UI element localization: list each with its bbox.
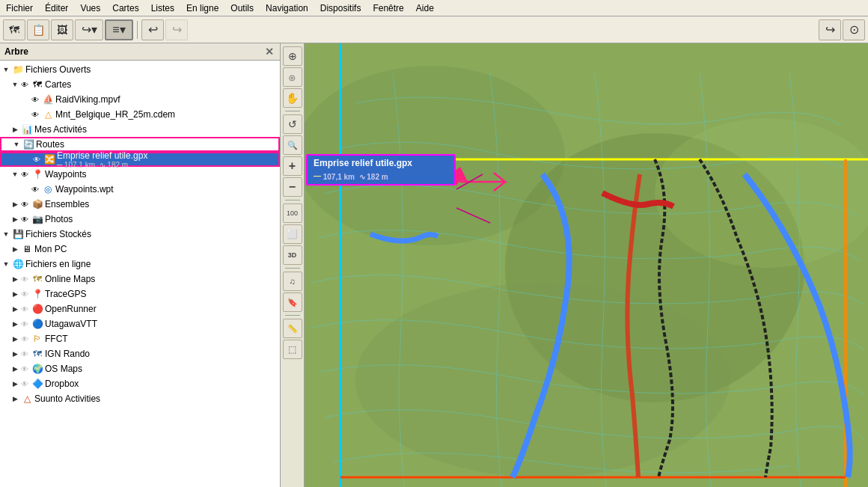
scale-button[interactable]: 100 <box>283 203 302 223</box>
expand-fichiers-ouverts[interactable] <box>1 65 10 74</box>
eye-dropbox[interactable]: 👁 <box>19 379 30 389</box>
tree-emprise-relief[interactable]: 👁 🔀 Emprise relief utile.gpx ─ 107,1 km … <box>0 152 280 167</box>
eye-photos[interactable]: 👁 <box>19 214 30 224</box>
nav1-button[interactable]: ↪ <box>819 19 841 40</box>
menu-fenetre[interactable]: Fenêtre <box>367 1 409 15</box>
emprise-icon: 🔀 <box>43 153 55 165</box>
eye-openrunner[interactable]: 👁 <box>19 304 30 314</box>
expand-stockes[interactable] <box>1 230 10 239</box>
eye-tracegps[interactable]: 👁 <box>19 289 30 299</box>
compass-button[interactable]: ⊕ <box>283 46 302 66</box>
expand-suunto[interactable] <box>10 394 19 403</box>
eye-online-maps[interactable]: 👁 <box>19 274 30 284</box>
redo-button[interactable]: ↪ <box>165 19 188 40</box>
expand-online-maps[interactable] <box>10 275 19 284</box>
eye-ffct[interactable]: 👁 <box>19 334 30 344</box>
eye-emprise[interactable]: 👁 <box>31 154 42 165</box>
crop-button[interactable]: ⬜ <box>283 224 302 244</box>
layers-button[interactable]: ≡▾ <box>105 19 133 40</box>
tree-ign-rando[interactable]: 👁 🗺 IGN Rando <box>0 346 280 361</box>
menu-outils[interactable]: Outils <box>224 1 260 15</box>
utagawa-label: UtagawaVTT <box>45 319 278 329</box>
zoom-in-button[interactable]: + <box>283 156 302 176</box>
tree-fichiers-en-ligne[interactable]: 🌐 Fichiers en ligne <box>0 257 280 272</box>
tree-mnt-belgique[interactable]: 👁 △ Mnt_Belgique_HR_25m.cdem <box>0 107 280 122</box>
menu-aide[interactable]: Aide <box>410 1 440 15</box>
expand-mes-activites[interactable] <box>10 125 19 134</box>
map-sep4 <box>285 315 300 316</box>
eye-raidviking[interactable]: 👁 <box>30 94 40 105</box>
menu-vues[interactable]: Vues <box>74 1 106 15</box>
hand-button[interactable]: ✋ <box>283 88 302 108</box>
expand-os-maps[interactable] <box>10 364 19 373</box>
tree-dropbox[interactable]: 👁 🔷 Dropbox <box>0 376 280 391</box>
expand-waypoints[interactable] <box>10 170 19 179</box>
map-container[interactable]: ⊕ ◎ ✋ ↺ 🔍 + − 100 ⬜ 3D ♫ 🔖 📏 ⬚ <box>281 43 868 487</box>
profile-button[interactable]: ♫ <box>283 272 302 291</box>
stockes-label: Fichiers Stockés <box>25 229 278 239</box>
tree-mon-pc[interactable]: 🖥 Mon PC <box>0 242 280 257</box>
expand-tracegps[interactable] <box>10 290 19 298</box>
tree-container[interactable]: 📁 Fichiers Ouverts 👁 🗺 Cartes 👁 ⛵ RaidVi… <box>0 61 280 487</box>
expand-mon-pc[interactable] <box>10 245 19 254</box>
expand-ffct[interactable] <box>10 334 19 343</box>
ruler-button[interactable]: 📏 <box>283 319 302 338</box>
expand-dropbox[interactable] <box>10 379 19 388</box>
zoom-out-button[interactable]: − <box>283 177 302 197</box>
eye-mnt[interactable]: 👁 <box>30 109 40 120</box>
tree-utagawavtt[interactable]: 👁 🔵 UtagawaVTT <box>0 316 280 331</box>
eye-wpt[interactable]: 👁 <box>30 184 40 195</box>
undo-button[interactable]: ↩ <box>141 19 164 40</box>
image-button[interactable]: 🖼 <box>51 19 73 40</box>
menu-en-ligne[interactable]: En ligne <box>180 1 224 15</box>
sep1 <box>137 21 138 39</box>
nav2-button[interactable]: ⊙ <box>843 19 865 40</box>
gps-button[interactable]: ◎ <box>283 67 302 87</box>
tree-photos[interactable]: 👁 📷 Photos <box>0 212 280 227</box>
tree-openrunner[interactable]: 👁 🔴 OpenRunner <box>0 301 280 316</box>
expand-ensembles[interactable] <box>10 200 19 209</box>
expand-routes[interactable] <box>12 140 21 149</box>
tree-fichiers-ouverts[interactable]: 📁 Fichiers Ouverts <box>0 62 280 77</box>
select-area-button[interactable]: ⬚ <box>283 340 302 359</box>
menu-listes[interactable]: Listes <box>145 1 180 15</box>
menu-fichier[interactable]: Fichier <box>0 1 39 15</box>
menu-navigation[interactable]: Navigation <box>260 1 314 15</box>
menu-dispositifs[interactable]: Dispositifs <box>314 1 367 15</box>
menu-cartes[interactable]: Cartes <box>106 1 144 15</box>
tree-ensembles[interactable]: 👁 📦 Ensembles <box>0 197 280 212</box>
tree-tracegps[interactable]: 👁 📍 TraceGPS <box>0 287 280 301</box>
route-button[interactable]: ↪▾ <box>75 19 103 40</box>
expand-ign[interactable] <box>10 349 19 358</box>
tree-cartes[interactable]: 👁 🗺 Cartes <box>0 77 280 92</box>
menu-editer[interactable]: Éditer <box>39 1 74 15</box>
expand-photos[interactable] <box>10 215 19 224</box>
eye-cartes[interactable]: 👁 <box>19 79 30 90</box>
3d-button[interactable]: 3D <box>283 245 302 265</box>
tree-waypoints-wpt[interactable]: 👁 ◎ Waypoints.wpt <box>0 182 280 197</box>
tree-online-maps[interactable]: 👁 🗺 Online Maps <box>0 272 280 287</box>
expand-wpt <box>21 185 30 194</box>
eye-ign[interactable]: 👁 <box>19 349 30 359</box>
sidebar-close-button[interactable]: ✕ <box>263 46 275 58</box>
expand-cartes[interactable] <box>10 80 19 89</box>
tree-fichiers-stockes[interactable]: 💾 Fichiers Stockés <box>0 227 280 242</box>
tree-suunto[interactable]: △ Suunto Activities <box>0 391 280 406</box>
eye-ensembles[interactable]: 👁 <box>19 199 30 209</box>
eye-waypoints[interactable]: 👁 <box>19 169 30 180</box>
rotate-button[interactable]: ↺ <box>283 114 302 134</box>
expand-openrunner[interactable] <box>10 304 19 313</box>
tree-ffct[interactable]: 👁 🏳 FFCT <box>0 331 280 346</box>
eye-utagawa[interactable]: 👁 <box>19 319 30 329</box>
tree-raidviking[interactable]: 👁 ⛵ RaidViking.mpvf <box>0 92 280 107</box>
map-button[interactable]: 🗺 <box>3 19 25 40</box>
bookmark-button[interactable]: 🔖 <box>283 292 302 312</box>
expand-en-ligne[interactable] <box>1 260 10 269</box>
search-button[interactable]: 🔍 <box>283 135 302 155</box>
expand-utagawa[interactable] <box>10 319 19 328</box>
tree-mes-activites[interactable]: 📊 Mes Activités <box>0 122 280 137</box>
eye-os-maps[interactable]: 👁 <box>19 364 30 374</box>
tree-waypoints[interactable]: 👁 📍 Waypoints <box>0 167 280 182</box>
clipboard-button[interactable]: 📋 <box>27 19 49 40</box>
tree-os-maps[interactable]: 👁 🌍 OS Maps <box>0 361 280 376</box>
